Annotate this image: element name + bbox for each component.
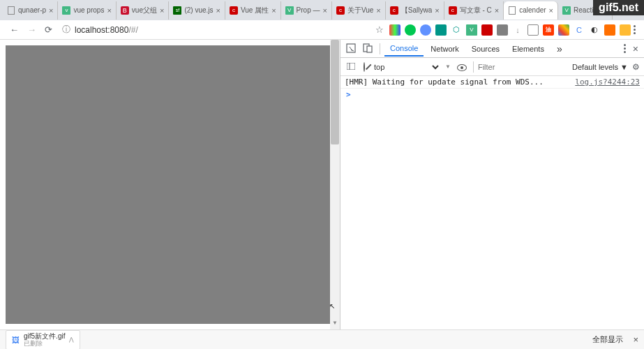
close-icon[interactable]: × (107, 6, 111, 15)
close-icon[interactable]: × (549, 6, 553, 15)
filter-input[interactable] (478, 63, 568, 71)
close-icon[interactable]: × (633, 334, 638, 345)
log-levels-select[interactable]: Default levels ▼ (572, 63, 628, 71)
favicon-icon: B (121, 6, 129, 15)
vue-icon: v (62, 6, 70, 15)
extension-icon[interactable] (405, 24, 416, 36)
devtools-tab-sources[interactable]: Sources (466, 42, 505, 56)
console-sidebar-toggle-icon[interactable] (345, 63, 357, 71)
extension-icon[interactable] (620, 24, 631, 36)
watermark: gif5.net (593, 0, 644, 15)
download-filename: gif5新文件.gif (24, 332, 65, 340)
tab-2[interactable]: Bvue父组× (117, 1, 170, 20)
extension-icon[interactable] (604, 24, 615, 36)
forward-button[interactable]: → (23, 24, 40, 35)
close-icon[interactable]: × (495, 6, 499, 15)
url-field[interactable]: ⓘ localhost:8080/#/ (62, 24, 370, 36)
show-all-downloads[interactable]: 全部显示 (592, 334, 623, 345)
extension-icon[interactable]: ↓ (512, 24, 523, 36)
downloads-bar: 🖼 gif5新文件.gif 已删除 ⋀ 全部显示 × (0, 329, 644, 349)
clear-console-icon[interactable] (361, 63, 367, 71)
extension-icon[interactable] (527, 24, 539, 36)
gear-icon[interactable]: ⚙ (632, 62, 640, 72)
inspect-icon[interactable] (343, 43, 359, 54)
info-icon: ⓘ (62, 24, 70, 36)
devtools-tab-elements[interactable]: Elements (507, 42, 550, 56)
tab-0[interactable]: qunaer-p× (3, 1, 58, 20)
file-icon (508, 6, 516, 15)
close-icon[interactable]: × (271, 6, 276, 15)
context-select[interactable]: top (371, 62, 441, 72)
download-status: 已删除 (24, 340, 65, 348)
close-icon[interactable]: × (216, 6, 220, 15)
tab-6[interactable]: c关于Vue× (332, 1, 386, 20)
close-icon[interactable]: × (323, 6, 327, 15)
close-icon[interactable]: × (49, 6, 53, 15)
url-path: /#/ (128, 25, 137, 35)
console-row: [HMR] Waiting for update signal from WDS… (340, 76, 644, 89)
file-icon (7, 6, 15, 15)
tab-9-active[interactable]: calender× (504, 1, 558, 20)
devtools-tab-console[interactable]: Console (384, 41, 424, 57)
menu-icon[interactable] (631, 25, 638, 34)
tab-label: calender (519, 6, 546, 14)
extension-icon[interactable]: ◐ (589, 24, 600, 36)
tab-label: vue父组 (132, 6, 157, 15)
tab-8[interactable]: c写文章 - C× (444, 1, 504, 20)
download-item[interactable]: 🖼 gif5新文件.gif 已删除 ⋀ (6, 330, 80, 350)
scroll-track[interactable] (330, 40, 340, 320)
extension-icon[interactable] (558, 24, 569, 36)
extension-icon[interactable] (481, 24, 493, 36)
devtools-more-icon[interactable]: » (551, 40, 568, 57)
devtools-menu-icon[interactable] (621, 44, 629, 53)
scrollbar[interactable]: ▼ (330, 40, 340, 329)
csdn-icon: c (230, 6, 238, 15)
console-source-link[interactable]: log.js?4244:23 (575, 77, 640, 87)
devtools-tab-network[interactable]: Network (425, 42, 464, 56)
tab-label: Prop — (297, 6, 320, 14)
image-icon: 🖼 (12, 336, 20, 344)
tab-3[interactable]: sf(2) vue.js× (169, 1, 225, 20)
extension-icon[interactable] (420, 24, 431, 36)
extension-icon[interactable]: 油 (543, 24, 554, 36)
close-icon[interactable]: × (435, 6, 439, 15)
content-area: ↖ ▼ Console Network Sources Elements » × (0, 40, 644, 329)
csdn-icon: c (449, 6, 457, 15)
back-button[interactable]: ← (6, 24, 23, 35)
url-host: localhost:8080 (75, 25, 128, 35)
devtools-close-icon[interactable]: × (630, 43, 641, 54)
extension-icon[interactable] (435, 24, 447, 36)
extension-icon[interactable] (389, 24, 400, 36)
console-prompt[interactable]: > (340, 89, 644, 101)
sf-icon: sf (173, 6, 181, 15)
bookmark-icon[interactable]: ☆ (375, 24, 384, 35)
extension-icon[interactable]: C (574, 24, 585, 36)
csdn-icon: c (390, 6, 398, 15)
extension-icon[interactable]: ⬡ (451, 24, 462, 36)
eye-icon[interactable] (455, 62, 469, 71)
vue-devtools-icon[interactable]: V (466, 24, 477, 36)
tab-5[interactable]: VProp —× (281, 1, 332, 20)
tab-label: Vue 属性 (241, 6, 269, 15)
address-bar: ← → ⟳ ⓘ localhost:8080/#/ ☆ ⬡ V ↓ 油 C ◐ (0, 20, 644, 40)
tab-4[interactable]: cVue 属性× (225, 1, 281, 20)
scroll-thumb[interactable] (331, 40, 339, 144)
tab-label: qunaer-p (18, 6, 46, 14)
close-icon[interactable]: × (160, 6, 164, 15)
chevron-down-icon[interactable]: ⋀ (69, 336, 74, 343)
svg-rect-0 (347, 44, 355, 52)
tab-1[interactable]: vvue props× (58, 1, 116, 20)
close-icon[interactable]: × (376, 6, 380, 15)
extension-icons: ⬡ V ↓ 油 C ◐ (389, 24, 631, 36)
console-toolbar: top ▼ Default levels ▼ ⚙ (340, 58, 644, 76)
tab-7[interactable]: c【Sallywa× (386, 1, 444, 20)
browser-tabs-bar: qunaer-p× vvue props× Bvue父组× sf(2) vue.… (0, 0, 644, 20)
tab-label: 写文章 - C (460, 6, 492, 15)
extension-icon[interactable] (497, 24, 508, 36)
devtools-panel: Console Network Sources Elements » × top… (340, 40, 644, 329)
reload-button[interactable]: ⟳ (40, 24, 57, 35)
vue-icon: V (285, 6, 294, 15)
scroll-down-icon[interactable]: ▼ (330, 320, 340, 329)
device-icon[interactable] (360, 43, 375, 54)
tab-label: (2) vue.js (184, 6, 213, 14)
